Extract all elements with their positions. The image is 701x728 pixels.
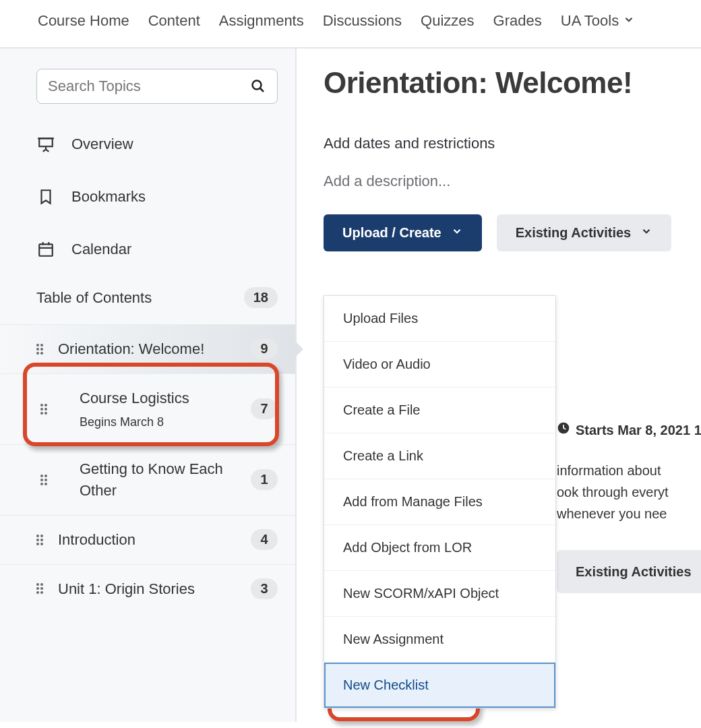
existing-activities-label: Existing Activities xyxy=(516,225,632,241)
module-title: Course Logistics xyxy=(80,388,239,409)
sidebar-overview-label: Overview xyxy=(71,135,133,153)
svg-line-6 xyxy=(46,150,49,152)
nav-grades[interactable]: Grades xyxy=(493,12,542,30)
module-orientation-welcome[interactable]: Orientation: Welcome! 9 xyxy=(0,324,295,373)
add-description[interactable]: Add a description... xyxy=(324,173,701,190)
module-introduction[interactable]: Introduction 4 xyxy=(0,515,295,564)
module-title: Unit 1: Origin Stories xyxy=(58,578,239,600)
upload-create-menu: Upload Files Video or Audio Create a Fil… xyxy=(324,295,556,708)
menu-create-file[interactable]: Create a File xyxy=(324,388,555,433)
page-title[interactable]: Orientation: Welcome! xyxy=(324,66,701,100)
svg-rect-2 xyxy=(39,138,53,146)
content-main: Orientation: Welcome! Add dates and rest… xyxy=(297,49,701,722)
module-count-badge: 4 xyxy=(251,529,278,550)
course-navbar: Course Home Content Assignments Discussi… xyxy=(0,0,701,49)
nav-ua-tools-label: UA Tools xyxy=(561,12,619,30)
module-unit-1[interactable]: Unit 1: Origin Stories 3 xyxy=(0,564,295,613)
start-date-text: Starts Mar 8, 2021 12: xyxy=(576,419,701,441)
sidebar-bookmarks[interactable]: Bookmarks xyxy=(0,175,295,218)
chevron-down-icon xyxy=(640,225,652,241)
menu-create-link[interactable]: Create a Link xyxy=(324,433,555,479)
upload-create-label: Upload / Create xyxy=(342,225,441,241)
drag-handle-icon[interactable] xyxy=(36,583,46,594)
content-sidebar: Overview Bookmarks Calendar Table of Con… xyxy=(0,49,297,722)
add-dates-restrictions[interactable]: Add dates and restrictions xyxy=(324,135,701,152)
drag-handle-icon[interactable] xyxy=(40,404,50,415)
clock-icon xyxy=(557,419,570,441)
drag-handle-icon[interactable] xyxy=(36,344,46,355)
nav-ua-tools[interactable]: UA Tools xyxy=(561,12,635,30)
module-title: Introduction xyxy=(58,529,239,551)
nav-content[interactable]: Content xyxy=(148,12,200,30)
toc-count-badge: 18 xyxy=(244,287,278,308)
sidebar-calendar-label: Calendar xyxy=(71,241,131,258)
menu-new-checklist[interactable]: New Checklist xyxy=(324,663,555,708)
module-getting-to-know[interactable]: Getting to Know Each Other 1 xyxy=(0,444,295,515)
sidebar-calendar[interactable]: Calendar xyxy=(0,228,295,271)
svg-rect-7 xyxy=(39,244,53,255)
existing-activities-button[interactable]: Existing Activities xyxy=(497,214,672,251)
module-subtitle: Begins March 8 xyxy=(80,413,239,431)
module-title: Orientation: Welcome! xyxy=(58,338,239,360)
toc-label: Table of Contents xyxy=(36,289,152,307)
module-count-badge: 7 xyxy=(251,398,278,419)
sidebar-bookmarks-label: Bookmarks xyxy=(71,188,146,206)
search-topics[interactable] xyxy=(36,69,278,104)
module-count-badge: 1 xyxy=(251,469,278,490)
toc-header[interactable]: Table of Contents 18 xyxy=(0,271,295,324)
search-icon xyxy=(250,78,266,94)
content-behind-dropdown: Starts Mar 8, 2021 12: information about… xyxy=(557,419,701,593)
nav-assignments[interactable]: Assignments xyxy=(219,12,304,30)
module-course-logistics[interactable]: Course Logistics Begins March 8 7 xyxy=(0,373,295,444)
upload-create-button[interactable]: Upload / Create xyxy=(324,214,482,251)
module-count-badge: 9 xyxy=(251,338,278,359)
presentation-icon xyxy=(36,135,55,154)
module-title: Getting to Know Each Other xyxy=(80,458,239,502)
existing-activities-label-2: Existing Activities xyxy=(576,561,692,582)
menu-add-lor[interactable]: Add Object from LOR xyxy=(324,525,555,571)
menu-new-assignment[interactable]: New Assignment xyxy=(324,617,555,663)
svg-line-1 xyxy=(260,88,264,92)
chevron-down-icon xyxy=(451,225,463,241)
svg-line-5 xyxy=(43,150,46,152)
drag-handle-icon[interactable] xyxy=(40,475,50,485)
menu-add-manage-files[interactable]: Add from Manage Files xyxy=(324,479,555,525)
existing-activities-button-2[interactable]: Existing Activities xyxy=(557,550,701,593)
menu-upload-files[interactable]: Upload Files xyxy=(324,296,555,342)
nav-course-home[interactable]: Course Home xyxy=(38,12,129,30)
module-description-text: information about ook through everyt whe… xyxy=(557,460,701,524)
search-input[interactable] xyxy=(48,78,250,95)
menu-new-scorm[interactable]: New SCORM/xAPI Object xyxy=(324,571,555,617)
sidebar-overview[interactable]: Overview xyxy=(0,123,295,166)
nav-discussions[interactable]: Discussions xyxy=(323,12,402,30)
module-count-badge: 3 xyxy=(251,578,278,599)
bookmark-icon xyxy=(36,187,55,206)
svg-point-0 xyxy=(253,81,262,90)
drag-handle-icon[interactable] xyxy=(36,535,46,545)
calendar-icon xyxy=(36,240,55,259)
menu-video-audio[interactable]: Video or Audio xyxy=(324,342,555,388)
chevron-down-icon xyxy=(623,12,635,30)
nav-quizzes[interactable]: Quizzes xyxy=(421,12,474,30)
